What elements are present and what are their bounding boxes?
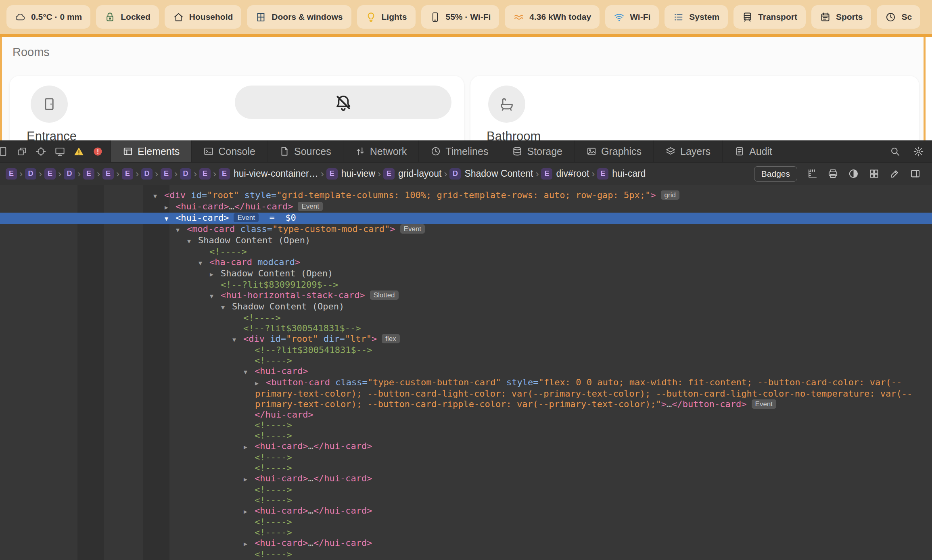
dom-tree-line[interactable]: <!----> bbox=[0, 463, 932, 473]
dom-tree-line[interactable]: <!----> bbox=[0, 517, 932, 527]
dom-tree-line[interactable]: ▶<hui-card>…</hui-card>Event bbox=[0, 201, 932, 213]
dom-tree-line[interactable]: ▼<div id="root" dir="ltr">flex bbox=[0, 334, 932, 345]
tab-audit[interactable]: Audit bbox=[722, 140, 784, 162]
dom-tree-line[interactable]: <!----> bbox=[0, 247, 932, 257]
disclosure-open-icon[interactable]: ▼ bbox=[221, 302, 232, 313]
breadcrumb-item[interactable]: E bbox=[122, 168, 133, 180]
dom-tree-line[interactable]: <!----> bbox=[0, 452, 932, 463]
breadcrumb-item[interactable]: E bbox=[83, 168, 94, 180]
dom-tree-line[interactable]: <!----> bbox=[0, 527, 932, 538]
dom-tree-line[interactable]: <!----> bbox=[0, 313, 932, 323]
disclosure-open-icon[interactable]: ▼ bbox=[232, 334, 243, 345]
disclosure-closed-icon[interactable]: ▶ bbox=[244, 474, 255, 485]
tab-network[interactable]: Network bbox=[343, 140, 419, 162]
dom-tree-line[interactable]: <!--?lit$830991209$--> bbox=[0, 280, 932, 290]
dom-tree-line[interactable]: <!----> bbox=[0, 485, 932, 495]
tab-timelines[interactable]: Timelines bbox=[418, 140, 500, 162]
breadcrumb-item-hui-view[interactable]: Ehui-view bbox=[326, 168, 375, 180]
breadcrumb-item-shadow-content[interactable]: DShadow Content bbox=[449, 168, 533, 180]
status-chip-system[interactable]: System bbox=[665, 5, 728, 29]
breadcrumb-item[interactable]: E bbox=[44, 168, 56, 180]
status-chip-household[interactable]: Household bbox=[165, 5, 242, 29]
disclosure-closed-icon[interactable]: ▶ bbox=[244, 442, 255, 452]
breadcrumb-item-hui-view-container[interactable]: Ehui-view-container… bbox=[219, 168, 318, 180]
status-chip-transport[interactable]: Transport bbox=[733, 5, 806, 29]
status-chip-wi-fi[interactable]: Wi-Fi bbox=[605, 5, 659, 29]
dom-tree-line[interactable]: ▶<hui-card>…</hui-card> bbox=[0, 473, 932, 485]
breadcrumb-item-div-root[interactable]: Ediv#root bbox=[541, 168, 589, 180]
warning-icon[interactable] bbox=[73, 146, 84, 157]
dom-tree-line[interactable]: <!----> bbox=[0, 430, 932, 441]
disclosure-closed-icon[interactable]: ▶ bbox=[244, 539, 255, 549]
crosshair-icon[interactable] bbox=[36, 146, 46, 157]
disclosure-open-icon[interactable]: ▼ bbox=[153, 191, 164, 201]
dom-tree-line[interactable]: <!----> bbox=[0, 420, 932, 430]
dom-tree-line[interactable]: ▼Shadow Content (Open) bbox=[0, 235, 932, 247]
dom-tree-line[interactable]: <!--?lit$300541831$--> bbox=[0, 345, 932, 355]
breadcrumb-item-hui-card[interactable]: Ehui-card bbox=[597, 168, 646, 180]
error-icon[interactable] bbox=[92, 146, 103, 157]
entrance-door-button[interactable] bbox=[31, 86, 68, 123]
gear-button[interactable] bbox=[908, 140, 929, 162]
disclosure-open-icon[interactable]: ▼ bbox=[165, 213, 176, 224]
disclosure-closed-icon[interactable]: ▶ bbox=[165, 202, 176, 213]
status-chip-0-5-c-0-mm[interactable]: 0.5°C · 0 mm bbox=[6, 5, 90, 29]
device-icon[interactable] bbox=[0, 146, 8, 157]
dom-tree-line[interactable]: ▼Shadow Content (Open) bbox=[0, 301, 932, 313]
notifications-off-button[interactable] bbox=[235, 86, 451, 119]
tab-sources[interactable]: Sources bbox=[267, 140, 343, 162]
dom-tree-line[interactable]: <!--?lit$300541831$--> bbox=[0, 323, 932, 334]
pen-icon[interactable] bbox=[889, 168, 900, 179]
status-chip-4-36-kwh-today[interactable]: 4.36 kWh today bbox=[505, 5, 600, 29]
tab-storage[interactable]: Storage bbox=[500, 140, 574, 162]
disclosure-closed-icon[interactable]: ▶ bbox=[210, 269, 221, 280]
disclosure-open-icon[interactable]: ▼ bbox=[244, 367, 255, 377]
breadcrumb-item[interactable]: D bbox=[25, 168, 36, 180]
status-chip-sports[interactable]: Sports bbox=[811, 5, 871, 29]
dom-tree-line[interactable]: <!----> bbox=[0, 549, 932, 560]
status-chip-sc[interactable]: Sc bbox=[877, 5, 920, 29]
dom-tree-line[interactable]: ▼<hui-card> bbox=[0, 366, 932, 377]
dom-tree-line[interactable]: ▼<ha-card modcard> bbox=[0, 257, 932, 268]
disclosure-open-icon[interactable]: ▼ bbox=[199, 258, 209, 268]
cascade-icon[interactable] bbox=[17, 146, 27, 157]
search-button[interactable] bbox=[884, 140, 905, 162]
breadcrumb-item[interactable]: D bbox=[64, 168, 75, 180]
display-icon[interactable] bbox=[54, 146, 65, 157]
dom-tree-line[interactable]: ▼<div id="root" style="grid-template-col… bbox=[0, 190, 932, 201]
tab-elements[interactable]: Elements bbox=[111, 140, 191, 162]
status-chip-lights[interactable]: Lights bbox=[357, 5, 416, 29]
disclosure-closed-icon[interactable]: ▶ bbox=[244, 506, 255, 517]
breadcrumb-item[interactable]: D bbox=[141, 168, 153, 180]
status-chip-55-wi-fi[interactable]: 55% · Wi-Fi bbox=[421, 5, 499, 29]
dom-tree-line[interactable]: <!----> bbox=[0, 355, 932, 366]
disclosure-open-icon[interactable]: ▼ bbox=[187, 236, 198, 247]
breadcrumb-item[interactable]: E bbox=[102, 168, 114, 180]
dom-tree-line[interactable]: <!----> bbox=[0, 495, 932, 506]
dom-tree-line[interactable]: ▶<hui-card>…</hui-card> bbox=[0, 441, 932, 452]
disclosure-open-icon[interactable]: ▼ bbox=[210, 291, 221, 301]
dom-tree-line[interactable]: </hui-card> bbox=[0, 410, 932, 420]
dom-tree-line[interactable]: ▼<mod-card class="type-custom-mod-card">… bbox=[0, 224, 932, 235]
breadcrumb-item[interactable]: D bbox=[180, 168, 191, 180]
dom-tree-line[interactable]: ▶<hui-card>…</hui-card> bbox=[0, 538, 932, 549]
dom-tree-line-selected[interactable]: ▼<hui-card>Event = $0 bbox=[0, 213, 932, 224]
status-chip-doors-windows[interactable]: Doors & windows bbox=[247, 5, 351, 29]
disclosure-closed-icon[interactable]: ▶ bbox=[255, 378, 266, 389]
status-chip-locked[interactable]: Locked bbox=[96, 5, 159, 29]
dom-tree-line[interactable]: ▶Shadow Content (Open) bbox=[0, 268, 932, 280]
dom-tree-line[interactable]: ▼<hui-horizontal-stack-card>Slotted bbox=[0, 290, 932, 301]
bathroom-bathtub-button[interactable] bbox=[488, 86, 525, 123]
breadcrumb-item[interactable]: E bbox=[161, 168, 172, 180]
grid-icon[interactable] bbox=[869, 168, 880, 179]
badges-button[interactable]: Badges bbox=[754, 166, 797, 182]
printer-icon[interactable] bbox=[828, 168, 838, 179]
breadcrumb-item[interactable]: E bbox=[6, 168, 17, 180]
breadcrumb-item-grid-layout[interactable]: Egrid-layout bbox=[383, 168, 441, 180]
dom-tree-line[interactable]: ▶<hui-card>…</hui-card> bbox=[0, 506, 932, 517]
contrast-icon[interactable] bbox=[848, 168, 859, 179]
ruler-icon[interactable] bbox=[807, 168, 818, 179]
disclosure-open-icon[interactable]: ▼ bbox=[176, 225, 187, 235]
tab-graphics[interactable]: Graphics bbox=[574, 140, 653, 162]
dom-tree-line[interactable]: ▶<button-card class="type-custom-button-… bbox=[0, 377, 932, 410]
